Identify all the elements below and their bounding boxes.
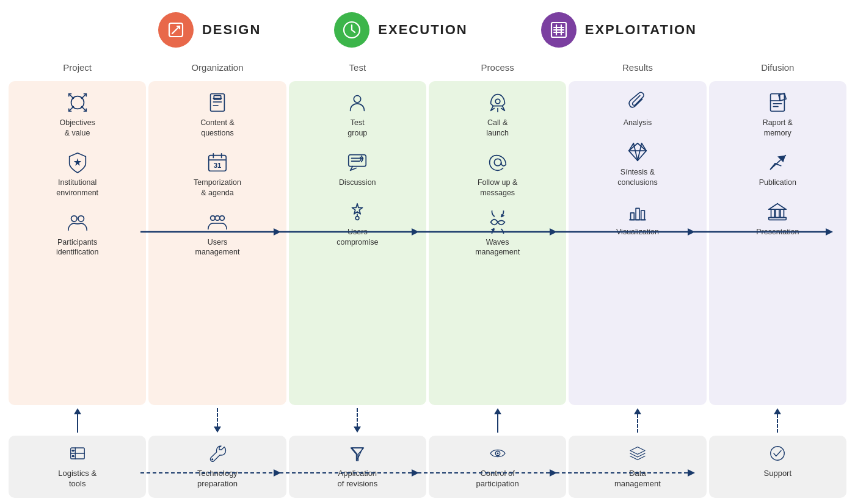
send-icon [766,151,789,174]
users-management-icon [206,211,229,234]
svg-line-6 [352,30,355,32]
data-label: Datamanagement [614,469,661,489]
institutional-label: Institutionalenvironment [56,178,98,198]
process-bottom-arrow [429,405,566,436]
svg-point-28 [78,215,84,221]
svg-line-17 [81,107,86,112]
content-label: Content &questions [200,118,235,139]
followup-label: Follow up &messages [478,178,517,198]
globe-expand-icon [66,91,89,114]
diagram: Project Organization Test Process Result… [6,59,849,498]
svg-point-40 [215,215,220,220]
col-project: Objectives& value Institutionalenvironme… [9,81,146,436]
participants-label: Participantsidentification [56,237,99,258]
item-participants: Participantsidentification [56,211,99,258]
svg-point-51 [494,159,501,165]
svg-point-39 [211,215,216,220]
checkmark-circle-icon [768,444,787,463]
svg-line-1 [172,26,180,34]
support-label: Support [764,469,792,479]
item-raport: Raport &memory [763,91,793,139]
svg-rect-77 [776,209,779,217]
users-mgmt-label: Usersmanagement [195,237,240,258]
col-header-test: Test [289,59,426,77]
revisions-label: Applicationof revisions [337,469,377,489]
phase-execution: EXECUTION [334,12,467,48]
svg-line-15 [81,94,86,99]
design-icon [158,12,194,48]
item-users-mgmt: Usersmanagement [195,211,240,258]
synthesis-label: Síntesis &conclusions [617,167,657,188]
svg-line-74 [769,203,777,209]
edit-document-icon [766,91,789,114]
discussion-icon [346,151,369,174]
control-label: Control ofparticipation [476,469,519,489]
objectives-label: Objectives& value [59,118,95,139]
institution-icon [766,200,789,223]
design-title: DESIGN [202,22,261,38]
eye-icon [489,444,507,463]
item-objectives: Objectives& value [59,91,95,139]
col-header-project: Project [9,59,146,77]
rocket-icon [486,91,509,114]
test-box: Testgroup Discussion [289,81,426,405]
item-content: Content &questions [200,91,235,139]
organization-box: Content &questions 31 Temporization& age… [148,81,286,405]
phase-exploitation: EXPLOITATION [541,12,697,48]
temporization-label: Temporization& agenda [194,178,241,198]
bottom-data: Datamanagement [569,436,706,498]
diamond-icon [626,140,649,164]
svg-line-71 [771,164,776,170]
svg-point-41 [220,215,225,220]
svg-point-88 [211,458,213,460]
col-test: Testgroup Discussion [289,81,426,436]
svg-rect-76 [771,209,775,217]
wrench-icon [208,444,227,463]
svg-rect-61 [631,213,635,220]
item-followup: Follow up &messages [478,151,517,198]
item-institutional: Institutionalenvironment [56,151,98,198]
item-waves: Wavesmanagement [475,211,520,258]
publication-label: Publication [759,178,796,188]
waves-label: Wavesmanagement [475,237,520,258]
test-bottom-arrow [289,405,426,436]
bar-chart-icon [626,200,649,223]
item-temporization: 31 Temporization& agenda [194,151,241,198]
item-compromise: Userscompromise [337,200,378,248]
svg-text:31: 31 [214,161,222,168]
svg-rect-63 [641,211,645,220]
difusion-bottom-arrow [709,405,846,436]
logistics-label: Logistics &tools [58,469,96,489]
page: DESIGN EXECUTION [0,0,855,504]
svg-point-49 [495,99,500,104]
col-difusion: Raport &memory Publication [709,81,846,436]
results-box: Analysis Síntesis &conclusions [569,81,706,405]
bottom-control: Control ofparticipation [429,436,566,498]
compromise-label: Userscompromise [337,227,378,248]
execution-title: EXECUTION [378,22,467,38]
presentation-label: Presentation [756,227,799,237]
results-bottom-arrow [569,405,706,436]
item-synthesis: Síntesis &conclusions [617,140,657,188]
raport-label: Raport &memory [763,118,793,139]
waves-icon [486,211,509,234]
col-results: Analysis Síntesis &conclusions [569,81,706,436]
item-presentation: Presentation [756,200,799,237]
shield-star-icon [66,151,89,174]
analysis-label: Analysis [624,118,652,128]
svg-point-42 [354,96,361,103]
difusion-box: Raport &memory Publication [709,81,846,405]
svg-rect-62 [636,208,639,220]
svg-rect-43 [349,154,366,166]
svg-line-16 [68,107,73,112]
svg-rect-80 [769,217,787,220]
col-header-process: Process [429,59,566,77]
discussion-label: Discussion [339,178,376,188]
project-box: Objectives& value Institutionalenvironme… [9,81,146,405]
svg-point-92 [771,447,785,461]
bottom-revisions: Applicationof revisions [289,436,426,498]
item-call: Call &launch [486,91,509,139]
at-icon [486,151,509,174]
org-bottom-arrow [148,405,286,436]
document-icon [206,91,229,114]
